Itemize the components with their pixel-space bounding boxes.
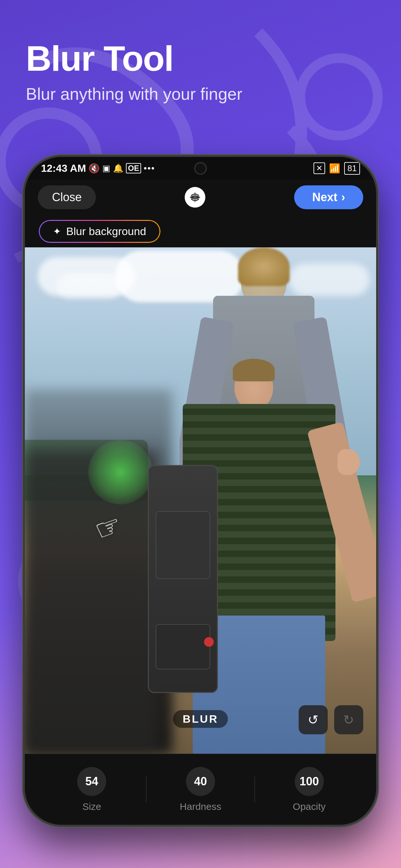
mute-icon: 🔇 <box>89 163 100 174</box>
x-icon: ✕ <box>313 162 325 174</box>
header-section: Blur Tool Blur anything with your finger <box>26 39 243 104</box>
undo-icon: ↺ <box>308 712 319 727</box>
opacity-value: 100 <box>295 767 324 796</box>
phone-mockup: 12:43 AM 🔇 ▣ 🔔 OE ••• ✕ 📶 81 <box>23 155 378 827</box>
bottom-controls: 54 Size 40 Hardness 100 Opacity <box>25 754 376 825</box>
status-icons-right: ✕ 📶 81 <box>313 162 360 175</box>
undo-button[interactable]: ↺ <box>299 705 328 734</box>
hardness-label: Hardness <box>180 801 221 812</box>
status-bar: 12:43 AM 🔇 ▣ 🔔 OE ••• ✕ 📶 81 <box>25 157 376 180</box>
app-logo <box>185 187 205 208</box>
tool-bar: ✦ Blur background <box>25 215 376 247</box>
battery-icon: 81 <box>344 162 360 175</box>
dots-icon: ••• <box>144 163 155 174</box>
redo-icon: ↻ <box>343 712 354 727</box>
opacity-label: Opacity <box>293 801 326 812</box>
size-control[interactable]: 54 Size <box>38 767 146 812</box>
opacity-control[interactable]: 100 Opacity <box>255 767 363 812</box>
phone-outer-shell: 12:43 AM 🔇 ▣ 🔔 OE ••• ✕ 📶 81 <box>23 155 378 827</box>
size-label: Size <box>82 801 101 812</box>
hardness-value: 40 <box>186 767 215 796</box>
backpack <box>148 465 218 693</box>
photo-content: ☞ ↺ ↻ BLUR <box>25 247 376 754</box>
green-glow <box>88 440 153 504</box>
status-time: 12:43 AM <box>41 162 86 175</box>
camera-dot <box>195 163 206 175</box>
screen-icon: ▣ <box>102 163 111 174</box>
blur-background-button[interactable]: ✦ Blur background <box>38 219 161 244</box>
blur-bg-label: Blur background <box>66 225 146 238</box>
bell-icon: 🔔 <box>113 163 123 174</box>
app-subtitle: Blur anything with your finger <box>26 84 243 104</box>
action-buttons: ↺ ↻ <box>299 705 363 734</box>
app-title: Blur Tool <box>26 39 243 78</box>
wifi-icon: 📶 <box>329 163 340 174</box>
size-value: 54 <box>77 767 106 796</box>
payment-icon: OE <box>126 163 141 174</box>
next-button[interactable]: Next › <box>294 185 363 209</box>
close-button[interactable]: Close <box>38 185 96 209</box>
status-icons-left: 12:43 AM 🔇 ▣ 🔔 OE ••• <box>41 162 155 175</box>
redo-button[interactable]: ↻ <box>334 705 363 734</box>
hardness-control[interactable]: 40 Hardness <box>147 767 255 812</box>
nav-bar: Close Next › <box>25 180 376 215</box>
svg-point-4 <box>193 196 197 199</box>
svg-point-1 <box>300 58 378 135</box>
photo-area[interactable]: ☞ ↺ ↻ BLUR <box>25 247 376 754</box>
sparkle-icon: ✦ <box>53 226 61 237</box>
blur-mode-label: BLUR <box>173 710 228 728</box>
